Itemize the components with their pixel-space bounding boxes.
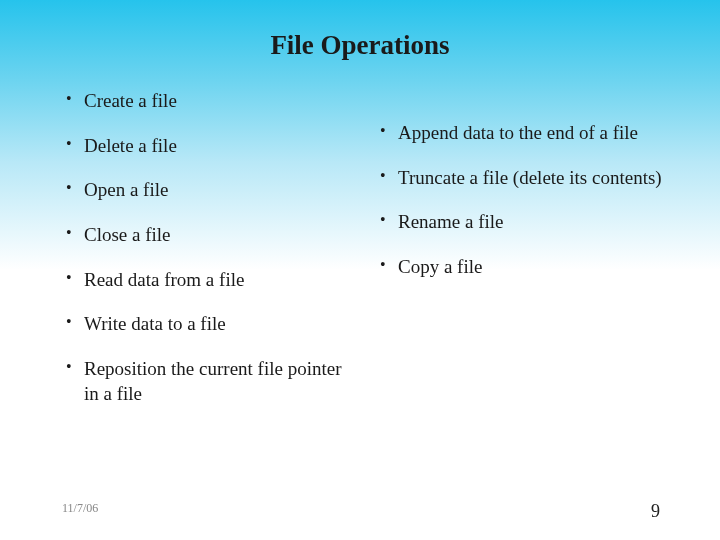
list-item: Open a file [62, 178, 356, 203]
list-item: Close a file [62, 223, 356, 248]
list-item: Reposition the current file pointer in a… [62, 357, 356, 406]
list-item: Write data to a file [62, 312, 356, 337]
slide: File Operations Create a file Delete a f… [0, 0, 720, 540]
footer: 11/7/06 9 [0, 501, 720, 522]
list-item: Delete a file [62, 134, 356, 159]
right-column: Append data to the end of a file Truncat… [376, 89, 670, 427]
left-column: Create a file Delete a file Open a file … [62, 89, 356, 427]
list-item: Append data to the end of a file [376, 121, 670, 146]
list-item: Truncate a file (delete its contents) [376, 166, 670, 191]
footer-date: 11/7/06 [62, 501, 98, 522]
slide-title: File Operations [0, 30, 720, 61]
list-item: Copy a file [376, 255, 670, 280]
left-list: Create a file Delete a file Open a file … [62, 89, 356, 407]
right-list: Append data to the end of a file Truncat… [376, 121, 670, 280]
content-columns: Create a file Delete a file Open a file … [0, 89, 720, 427]
list-item: Rename a file [376, 210, 670, 235]
list-item: Read data from a file [62, 268, 356, 293]
list-item: Create a file [62, 89, 356, 114]
page-number: 9 [651, 501, 660, 522]
